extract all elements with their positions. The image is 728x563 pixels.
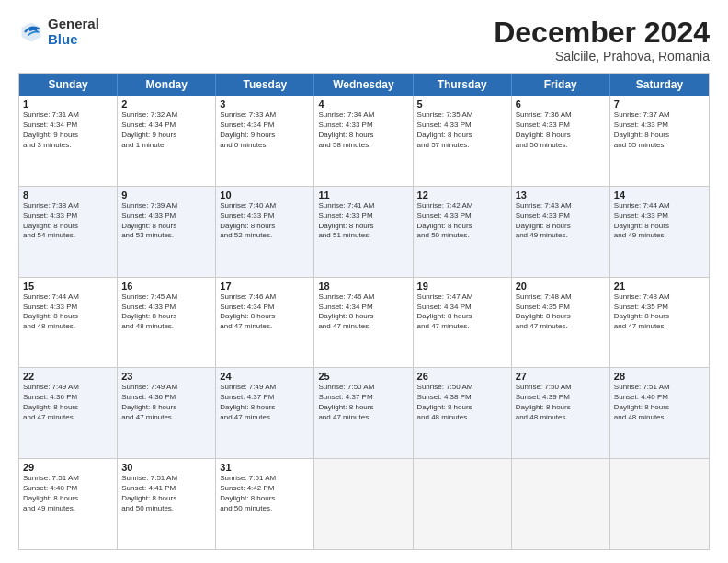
table-row: 14Sunrise: 7:44 AM Sunset: 4:33 PM Dayli…: [610, 187, 709, 277]
day-info: Sunrise: 7:51 AM Sunset: 4:42 PM Dayligh…: [220, 474, 310, 513]
header-wednesday: Wednesday: [314, 74, 413, 96]
day-info: Sunrise: 7:37 AM Sunset: 4:33 PM Dayligh…: [614, 110, 705, 150]
day-number: 28: [614, 371, 705, 382]
subtitle: Salciile, Prahova, Romania: [494, 49, 710, 63]
table-row: 4Sunrise: 7:34 AM Sunset: 4:33 PM Daylig…: [314, 96, 413, 186]
title-block: December 2024 Salciile, Prahova, Romania: [494, 17, 710, 63]
day-number: 11: [318, 190, 408, 201]
table-row: 24Sunrise: 7:49 AM Sunset: 4:37 PM Dayli…: [216, 368, 314, 458]
day-info: Sunrise: 7:36 AM Sunset: 4:33 PM Dayligh…: [516, 110, 606, 150]
day-info: Sunrise: 7:50 AM Sunset: 4:37 PM Dayligh…: [318, 383, 408, 422]
day-number: 22: [23, 371, 113, 382]
day-number: 2: [121, 98, 211, 109]
table-row: 29Sunrise: 7:51 AM Sunset: 4:40 PM Dayli…: [19, 459, 118, 549]
table-row: 6Sunrise: 7:36 AM Sunset: 4:33 PM Daylig…: [512, 96, 610, 186]
day-info: Sunrise: 7:34 AM Sunset: 4:33 PM Dayligh…: [318, 110, 408, 150]
header-friday: Friday: [512, 74, 610, 96]
day-number: 15: [23, 281, 113, 292]
table-row: 11Sunrise: 7:41 AM Sunset: 4:33 PM Dayli…: [314, 187, 413, 277]
day-info: Sunrise: 7:50 AM Sunset: 4:39 PM Dayligh…: [516, 383, 606, 422]
day-number: 9: [121, 190, 211, 201]
day-number: 26: [417, 371, 507, 382]
day-number: 6: [516, 98, 606, 109]
table-row: 16Sunrise: 7:45 AM Sunset: 4:33 PM Dayli…: [118, 278, 216, 368]
table-row: 1Sunrise: 7:31 AM Sunset: 4:34 PM Daylig…: [19, 96, 118, 186]
table-row: 10Sunrise: 7:40 AM Sunset: 4:33 PM Dayli…: [216, 187, 314, 277]
day-info: Sunrise: 7:44 AM Sunset: 4:33 PM Dayligh…: [23, 293, 113, 332]
month-title: December 2024: [494, 17, 710, 49]
table-row: 12Sunrise: 7:42 AM Sunset: 4:33 PM Dayli…: [414, 187, 512, 277]
day-number: 7: [614, 98, 705, 109]
day-info: Sunrise: 7:39 AM Sunset: 4:33 PM Dayligh…: [121, 201, 211, 241]
day-number: 30: [121, 462, 211, 473]
day-number: 17: [220, 281, 310, 292]
day-info: Sunrise: 7:48 AM Sunset: 4:35 PM Dayligh…: [516, 293, 606, 332]
header-sunday: Sunday: [19, 74, 118, 96]
table-row: [512, 459, 610, 549]
day-info: Sunrise: 7:33 AM Sunset: 4:34 PM Dayligh…: [220, 110, 310, 150]
header-saturday: Saturday: [610, 74, 709, 96]
day-number: 12: [417, 190, 507, 201]
calendar-week-5: 29Sunrise: 7:51 AM Sunset: 4:40 PM Dayli…: [19, 459, 709, 549]
logo: General Blue: [18, 17, 99, 47]
day-info: Sunrise: 7:46 AM Sunset: 4:34 PM Dayligh…: [220, 293, 310, 332]
day-number: 1: [23, 98, 113, 109]
calendar-body: 1Sunrise: 7:31 AM Sunset: 4:34 PM Daylig…: [19, 96, 709, 549]
table-row: 13Sunrise: 7:43 AM Sunset: 4:33 PM Dayli…: [512, 187, 610, 277]
table-row: 30Sunrise: 7:51 AM Sunset: 4:41 PM Dayli…: [118, 459, 216, 549]
day-info: Sunrise: 7:49 AM Sunset: 4:36 PM Dayligh…: [23, 383, 113, 422]
day-number: 21: [614, 281, 705, 292]
day-info: Sunrise: 7:48 AM Sunset: 4:35 PM Dayligh…: [614, 293, 705, 332]
day-number: 10: [220, 190, 310, 201]
table-row: [314, 459, 413, 549]
table-row: 21Sunrise: 7:48 AM Sunset: 4:35 PM Dayli…: [610, 278, 709, 368]
day-info: Sunrise: 7:46 AM Sunset: 4:34 PM Dayligh…: [318, 293, 408, 332]
day-number: 16: [121, 281, 211, 292]
table-row: [610, 459, 709, 549]
table-row: [414, 459, 512, 549]
day-number: 31: [220, 462, 310, 473]
day-info: Sunrise: 7:45 AM Sunset: 4:33 PM Dayligh…: [121, 293, 211, 332]
day-number: 27: [516, 371, 606, 382]
day-number: 3: [220, 98, 310, 109]
day-number: 23: [121, 371, 211, 382]
table-row: 18Sunrise: 7:46 AM Sunset: 4:34 PM Dayli…: [314, 278, 413, 368]
calendar-week-2: 8Sunrise: 7:38 AM Sunset: 4:33 PM Daylig…: [19, 187, 709, 278]
table-row: 26Sunrise: 7:50 AM Sunset: 4:38 PM Dayli…: [414, 368, 512, 458]
page: General Blue December 2024 Salciile, Pra…: [0, 0, 728, 563]
table-row: 25Sunrise: 7:50 AM Sunset: 4:37 PM Dayli…: [314, 368, 413, 458]
header-monday: Monday: [118, 74, 216, 96]
day-info: Sunrise: 7:51 AM Sunset: 4:40 PM Dayligh…: [614, 383, 705, 422]
table-row: 20Sunrise: 7:48 AM Sunset: 4:35 PM Dayli…: [512, 278, 610, 368]
day-info: Sunrise: 7:49 AM Sunset: 4:36 PM Dayligh…: [121, 383, 211, 422]
day-number: 24: [220, 371, 310, 382]
day-info: Sunrise: 7:44 AM Sunset: 4:33 PM Dayligh…: [614, 201, 705, 241]
calendar-week-3: 15Sunrise: 7:44 AM Sunset: 4:33 PM Dayli…: [19, 278, 709, 369]
table-row: 7Sunrise: 7:37 AM Sunset: 4:33 PM Daylig…: [610, 96, 709, 186]
table-row: 23Sunrise: 7:49 AM Sunset: 4:36 PM Dayli…: [118, 368, 216, 458]
day-info: Sunrise: 7:51 AM Sunset: 4:40 PM Dayligh…: [23, 474, 113, 513]
header-tuesday: Tuesday: [216, 74, 314, 96]
table-row: 22Sunrise: 7:49 AM Sunset: 4:36 PM Dayli…: [19, 368, 118, 458]
day-number: 20: [516, 281, 606, 292]
table-row: 8Sunrise: 7:38 AM Sunset: 4:33 PM Daylig…: [19, 187, 118, 277]
day-number: 29: [23, 462, 113, 473]
day-info: Sunrise: 7:43 AM Sunset: 4:33 PM Dayligh…: [516, 201, 606, 241]
calendar: Sunday Monday Tuesday Wednesday Thursday…: [18, 73, 710, 550]
day-info: Sunrise: 7:32 AM Sunset: 4:34 PM Dayligh…: [121, 110, 211, 150]
table-row: 3Sunrise: 7:33 AM Sunset: 4:34 PM Daylig…: [216, 96, 314, 186]
day-number: 19: [417, 281, 507, 292]
day-info: Sunrise: 7:49 AM Sunset: 4:37 PM Dayligh…: [220, 383, 310, 422]
logo-icon: [18, 19, 44, 45]
day-number: 5: [417, 98, 507, 109]
table-row: 28Sunrise: 7:51 AM Sunset: 4:40 PM Dayli…: [610, 368, 709, 458]
table-row: 27Sunrise: 7:50 AM Sunset: 4:39 PM Dayli…: [512, 368, 610, 458]
calendar-week-1: 1Sunrise: 7:31 AM Sunset: 4:34 PM Daylig…: [19, 96, 709, 187]
day-info: Sunrise: 7:41 AM Sunset: 4:33 PM Dayligh…: [318, 201, 408, 241]
header: General Blue December 2024 Salciile, Pra…: [18, 17, 710, 63]
calendar-header: Sunday Monday Tuesday Wednesday Thursday…: [19, 74, 709, 96]
header-thursday: Thursday: [414, 74, 512, 96]
day-info: Sunrise: 7:31 AM Sunset: 4:34 PM Dayligh…: [23, 110, 113, 150]
calendar-week-4: 22Sunrise: 7:49 AM Sunset: 4:36 PM Dayli…: [19, 368, 709, 459]
table-row: 2Sunrise: 7:32 AM Sunset: 4:34 PM Daylig…: [118, 96, 216, 186]
